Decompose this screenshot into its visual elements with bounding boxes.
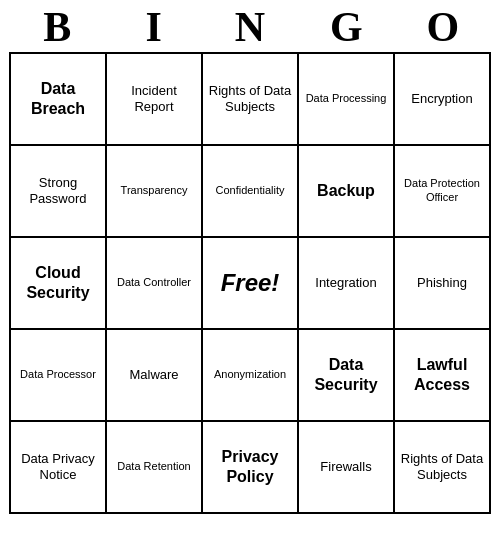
bingo-cell[interactable]: Anonymization <box>203 330 299 422</box>
cell-text: Rights of Data Subjects <box>207 83 293 116</box>
bingo-cell[interactable]: Data Processor <box>11 330 107 422</box>
bingo-cell[interactable]: Data Controller <box>107 238 203 330</box>
cell-text: Malware <box>129 367 178 383</box>
cell-text: Data Controller <box>117 276 191 290</box>
letter-b: B <box>9 4 105 50</box>
bingo-cell[interactable]: Rights of Data Subjects <box>203 54 299 146</box>
cell-text: Free! <box>221 268 280 298</box>
bingo-cell[interactable]: Firewalls <box>299 422 395 514</box>
bingo-grid: Data BreachIncident ReportRights of Data… <box>9 52 491 514</box>
bingo-card: B I N G O Data BreachIncident ReportRigh… <box>5 0 495 518</box>
cell-text: Rights of Data Subjects <box>399 451 485 484</box>
bingo-cell[interactable]: Phishing <box>395 238 491 330</box>
cell-text: Data Privacy Notice <box>15 451 101 484</box>
bingo-cell[interactable]: Transparency <box>107 146 203 238</box>
cell-text: Confidentiality <box>215 184 284 198</box>
cell-text: Cloud Security <box>15 263 101 303</box>
letter-i: I <box>105 4 201 50</box>
bingo-cell[interactable]: Backup <box>299 146 395 238</box>
cell-text: Incident Report <box>111 83 197 116</box>
cell-text: Integration <box>315 275 376 291</box>
bingo-cell[interactable]: Data Security <box>299 330 395 422</box>
cell-text: Data Processor <box>20 368 96 382</box>
bingo-cell[interactable]: Encryption <box>395 54 491 146</box>
bingo-cell[interactable]: Data Privacy Notice <box>11 422 107 514</box>
letter-g: G <box>298 4 394 50</box>
cell-text: Firewalls <box>320 459 371 475</box>
bingo-cell[interactable]: Data Breach <box>11 54 107 146</box>
cell-text: Privacy Policy <box>207 447 293 487</box>
cell-text: Backup <box>317 181 375 201</box>
cell-text: Anonymization <box>214 368 286 382</box>
cell-text: Transparency <box>121 184 188 198</box>
bingo-cell[interactable]: Strong Password <box>11 146 107 238</box>
cell-text: Data Protection Officer <box>399 177 485 205</box>
cell-text: Data Security <box>303 355 389 395</box>
bingo-cell[interactable]: Privacy Policy <box>203 422 299 514</box>
cell-text: Data Processing <box>306 92 387 106</box>
bingo-cell[interactable]: Data Retention <box>107 422 203 514</box>
bingo-cell[interactable]: Confidentiality <box>203 146 299 238</box>
bingo-cell[interactable]: Malware <box>107 330 203 422</box>
bingo-cell[interactable]: Free! <box>203 238 299 330</box>
bingo-cell[interactable]: Incident Report <box>107 54 203 146</box>
cell-text: Phishing <box>417 275 467 291</box>
bingo-cell[interactable]: Lawful Access <box>395 330 491 422</box>
bingo-cell[interactable]: Data Processing <box>299 54 395 146</box>
letter-n: N <box>202 4 298 50</box>
bingo-cell[interactable]: Integration <box>299 238 395 330</box>
bingo-header: B I N G O <box>9 4 491 50</box>
cell-text: Strong Password <box>15 175 101 208</box>
cell-text: Data Breach <box>15 79 101 119</box>
letter-o: O <box>395 4 491 50</box>
cell-text: Encryption <box>411 91 472 107</box>
bingo-cell[interactable]: Rights of Data Subjects <box>395 422 491 514</box>
cell-text: Lawful Access <box>399 355 485 395</box>
cell-text: Data Retention <box>117 460 190 474</box>
bingo-cell[interactable]: Cloud Security <box>11 238 107 330</box>
bingo-cell[interactable]: Data Protection Officer <box>395 146 491 238</box>
